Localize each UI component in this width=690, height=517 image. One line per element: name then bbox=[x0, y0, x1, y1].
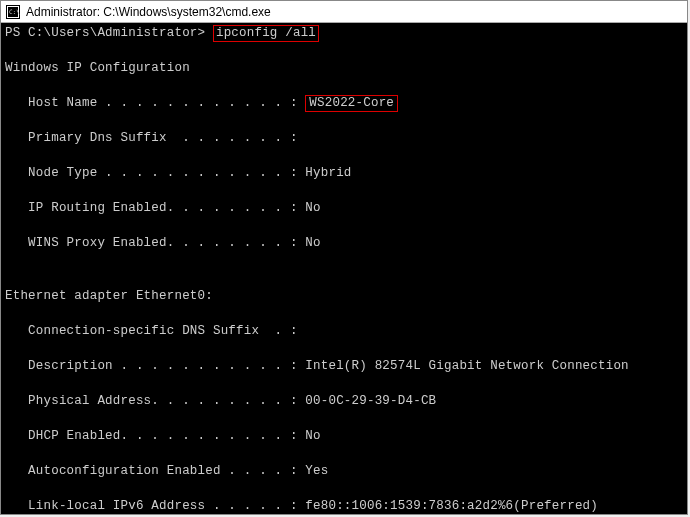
adapter-header: Ethernet adapter Ethernet0: bbox=[5, 289, 213, 303]
host-name-highlight: WS2022-Core bbox=[305, 95, 398, 112]
cmd-window: C:\ Administrator: C:\Windows\system32\c… bbox=[0, 0, 688, 515]
node-type-row: Node Type . . . . . . . . . . . . : Hybr… bbox=[5, 165, 683, 183]
autoconfig-row: Autoconfiguration Enabled . . . . : Yes bbox=[5, 463, 683, 481]
titlebar-text: Administrator: C:\Windows\system32\cmd.e… bbox=[26, 5, 271, 19]
field-label: Host Name . . . . . . . . . . . . : bbox=[5, 96, 305, 110]
host-name-row: Host Name . . . . . . . . . . . . : WS20… bbox=[5, 95, 683, 113]
config-header: Windows IP Configuration bbox=[5, 61, 190, 75]
physical-address-row: Physical Address. . . . . . . . . : 00-0… bbox=[5, 393, 683, 411]
field-value: No bbox=[305, 236, 320, 250]
ps-prompt: PS C:\Users\Administrator> bbox=[5, 26, 213, 40]
titlebar[interactable]: C:\ Administrator: C:\Windows\system32\c… bbox=[1, 1, 687, 23]
field-value: Intel(R) 82574L Gigabit Network Connecti… bbox=[305, 359, 628, 373]
cmd-icon: C:\ bbox=[5, 4, 21, 20]
field-label: Description . . . . . . . . . . . : bbox=[5, 359, 305, 373]
field-label: WINS Proxy Enabled. . . . . . . . : bbox=[5, 236, 305, 250]
description-row: Description . . . . . . . . . . . : Inte… bbox=[5, 358, 683, 376]
field-label: DHCP Enabled. . . . . . . . . . . : bbox=[5, 429, 305, 443]
field-value: No bbox=[305, 201, 320, 215]
dhcp-enabled-row: DHCP Enabled. . . . . . . . . . . : No bbox=[5, 428, 683, 446]
dns-suffix-row: Primary Dns Suffix . . . . . . . : bbox=[5, 130, 683, 148]
field-value: Yes bbox=[305, 464, 328, 478]
field-label: Connection-specific DNS Suffix . : bbox=[5, 324, 298, 338]
conn-dns-suffix-row: Connection-specific DNS Suffix . : bbox=[5, 323, 683, 341]
ipv6-address-row: Link-local IPv6 Address . . . . . : fe80… bbox=[5, 498, 683, 515]
ip-routing-row: IP Routing Enabled. . . . . . . . : No bbox=[5, 200, 683, 218]
field-value: fe80::1006:1539:7836:a2d2%6(Preferred) bbox=[305, 499, 598, 513]
field-value: Hybrid bbox=[305, 166, 351, 180]
field-value: 00-0C-29-39-D4-CB bbox=[305, 394, 436, 408]
field-label: Link-local IPv6 Address . . . . . : bbox=[5, 499, 305, 513]
field-label: Autoconfiguration Enabled . . . . : bbox=[5, 464, 305, 478]
wins-proxy-row: WINS Proxy Enabled. . . . . . . . : No bbox=[5, 235, 683, 253]
field-label: Physical Address. . . . . . . . . : bbox=[5, 394, 305, 408]
prompt-line-1: PS C:\Users\Administrator> ipconfig /all bbox=[5, 26, 319, 40]
command-highlight: ipconfig /all bbox=[213, 25, 319, 42]
field-value: No bbox=[305, 429, 320, 443]
field-label: IP Routing Enabled. . . . . . . . : bbox=[5, 201, 305, 215]
field-label: Primary Dns Suffix . . . . . . . : bbox=[5, 131, 298, 145]
field-label: Node Type . . . . . . . . . . . . : bbox=[5, 166, 305, 180]
terminal-area[interactable]: PS C:\Users\Administrator> ipconfig /all… bbox=[1, 23, 687, 514]
svg-text:C:\: C:\ bbox=[9, 8, 20, 15]
